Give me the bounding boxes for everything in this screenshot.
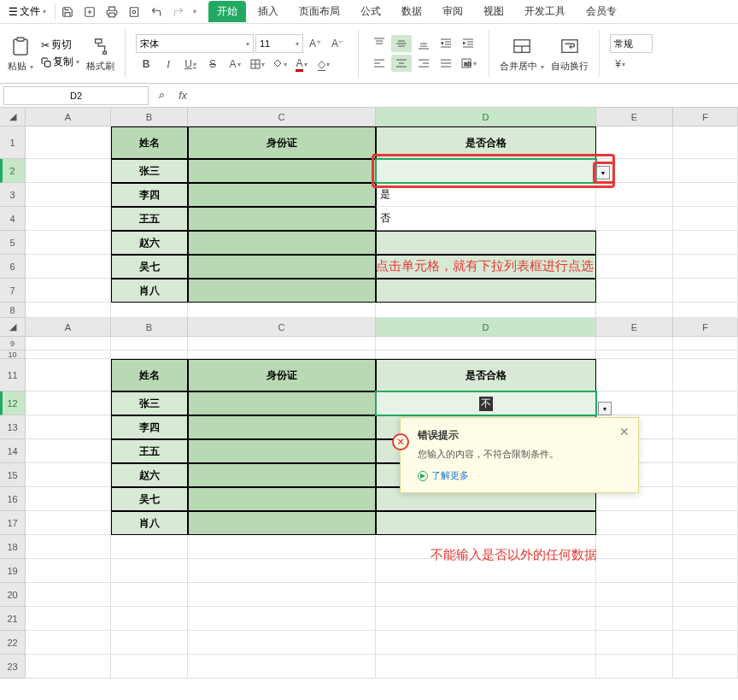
cell[interactable]: [188, 350, 376, 359]
row-header-20[interactable]: 20: [0, 583, 26, 607]
cell-A6[interactable]: [26, 255, 111, 279]
align-top-icon[interactable]: [369, 35, 390, 52]
cell-B3[interactable]: 李四: [111, 183, 188, 207]
cell[interactable]: [26, 487, 111, 511]
cell[interactable]: [111, 559, 188, 583]
increase-indent-icon[interactable]: [458, 35, 478, 52]
cell[interactable]: [673, 439, 738, 463]
cell[interactable]: [188, 415, 376, 439]
align-middle-icon[interactable]: [391, 35, 412, 52]
number-format-combo[interactable]: 常规: [610, 34, 653, 53]
formula-input[interactable]: [193, 86, 738, 105]
align-bottom-icon[interactable]: [413, 35, 434, 52]
col-header-C[interactable]: C: [188, 318, 376, 337]
corner-cell[interactable]: ◢: [0, 108, 26, 126]
border-button[interactable]: ▾: [247, 56, 267, 73]
font-size-combo[interactable]: 11▾: [255, 34, 303, 53]
tab-pagelayout[interactable]: 页面布局: [290, 1, 348, 22]
strikethrough-button[interactable]: S: [202, 56, 223, 73]
cell-A1[interactable]: [26, 126, 111, 159]
cell[interactable]: [26, 655, 111, 679]
col-header-D[interactable]: D: [376, 318, 596, 337]
row-header-4[interactable]: 4: [0, 207, 26, 231]
cell[interactable]: [673, 487, 738, 511]
cell[interactable]: [26, 583, 111, 607]
col-header-A[interactable]: A: [26, 318, 111, 337]
col-header-F[interactable]: F: [673, 318, 738, 337]
qat-dropdown-icon[interactable]: ▾: [193, 8, 196, 15]
cell[interactable]: [673, 415, 738, 439]
font-color-button[interactable]: A▾: [291, 56, 312, 73]
row-header-10[interactable]: 10: [0, 350, 26, 359]
cell-A8[interactable]: [26, 303, 111, 318]
cell[interactable]: [188, 439, 376, 463]
cell-F4[interactable]: [673, 207, 738, 231]
cell[interactable]: [188, 583, 376, 607]
fill-color-button[interactable]: ▾: [269, 56, 290, 73]
row-header-2[interactable]: 2: [0, 159, 26, 183]
phonetic-button[interactable]: ◇▾: [313, 56, 334, 73]
decrease-font-icon[interactable]: A⁻: [327, 35, 348, 52]
tab-review[interactable]: 审阅: [434, 1, 472, 22]
cell-name-2[interactable]: 李四: [111, 415, 188, 439]
cell[interactable]: [111, 350, 188, 359]
cell-B4[interactable]: 王五: [111, 207, 188, 231]
cell-name-6[interactable]: 肖八: [111, 511, 188, 535]
col-header-E[interactable]: E: [596, 318, 673, 337]
cell[interactable]: [188, 337, 376, 350]
cell[interactable]: [596, 655, 673, 679]
tab-devtools[interactable]: 开发工具: [516, 1, 574, 22]
cell-A2[interactable]: [26, 159, 111, 183]
cell[interactable]: [188, 391, 376, 415]
cell-C5[interactable]: [188, 231, 376, 255]
cell-F8[interactable]: [673, 303, 738, 318]
paste-group[interactable]: 粘贴 ▾: [7, 34, 34, 73]
row-header-19[interactable]: 19: [0, 559, 26, 583]
cell-C8[interactable]: [188, 303, 376, 318]
cell[interactable]: [673, 535, 738, 559]
cell[interactable]: [26, 559, 111, 583]
corner-cell[interactable]: ◢: [0, 318, 26, 337]
cell-D7[interactable]: [376, 279, 596, 303]
cell-A5[interactable]: [26, 231, 111, 255]
cell-F5[interactable]: [673, 231, 738, 255]
cell-C3[interactable]: [188, 183, 376, 207]
tab-data[interactable]: 数据: [393, 1, 430, 22]
cell-name-1[interactable]: 张三: [111, 391, 188, 415]
row-header-16[interactable]: 16: [0, 487, 26, 511]
cell[interactable]: [376, 583, 596, 607]
row-header-3[interactable]: 3: [0, 183, 26, 207]
cell[interactable]: [596, 535, 673, 559]
cell-E8[interactable]: [596, 303, 673, 318]
tab-insert[interactable]: 插入: [249, 1, 287, 22]
cell-E3[interactable]: [596, 183, 673, 207]
cell[interactable]: [111, 607, 188, 631]
currency-icon[interactable]: ¥▾: [610, 56, 630, 73]
cell[interactable]: [111, 631, 188, 655]
cell[interactable]: [673, 559, 738, 583]
cell[interactable]: [26, 511, 111, 535]
underline-button[interactable]: U▾: [180, 56, 201, 73]
cell[interactable]: [26, 535, 111, 559]
row-header-6[interactable]: 6: [0, 255, 26, 279]
decrease-indent-icon[interactable]: [436, 35, 456, 52]
tab-formula[interactable]: 公式: [352, 1, 390, 22]
cell-C7[interactable]: [188, 279, 376, 303]
cell-D-active-editing[interactable]: 不: [376, 391, 596, 415]
cell[interactable]: [376, 607, 596, 631]
cell-F6[interactable]: [673, 255, 738, 279]
cell-B8[interactable]: [111, 303, 188, 318]
cell[interactable]: [26, 463, 111, 487]
cell-name-4[interactable]: 赵六: [111, 463, 188, 487]
cell[interactable]: [596, 583, 673, 607]
italic-button[interactable]: I: [158, 56, 179, 73]
col-header-F[interactable]: F: [673, 108, 738, 126]
cell[interactable]: [188, 631, 376, 655]
cell[interactable]: [188, 535, 376, 559]
cell[interactable]: [376, 631, 596, 655]
cell[interactable]: [26, 359, 111, 391]
formatpainter-group[interactable]: 格式刷: [86, 34, 114, 73]
cell[interactable]: [596, 559, 673, 583]
cell[interactable]: [26, 391, 111, 415]
row-header-8[interactable]: 8: [0, 303, 26, 318]
